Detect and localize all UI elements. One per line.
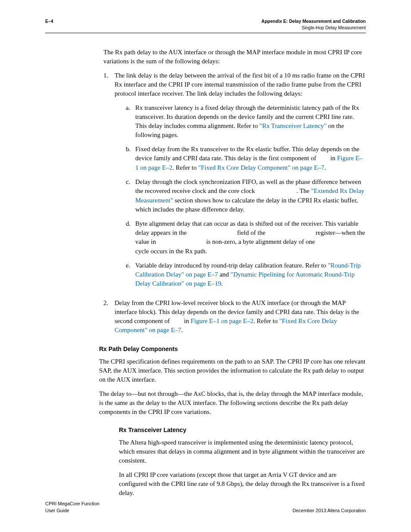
text: . Refer to — [253, 317, 279, 324]
intro-paragraph: The Rx path delay to the AUX interface o… — [103, 48, 366, 66]
main-content: The Rx path delay to the AUX interface o… — [103, 48, 366, 497]
link-fixed-rx-core-delay[interactable]: "Fixed Rx Core Delay Component" on page … — [198, 164, 324, 171]
heading-rx-transceiver-latency: Rx Transceiver Latency — [119, 426, 366, 435]
text: . Refer to — [172, 164, 198, 171]
text: . — [181, 327, 183, 333]
list-marker: 2. — [103, 299, 115, 335]
list-marker: c. — [126, 177, 135, 214]
code-cpri-clkout: cpri_clkout — [257, 188, 296, 195]
list-marker: e. — [126, 261, 135, 288]
paragraph: The CPRI specification defines requireme… — [99, 357, 366, 384]
footer-date-corp: December 2013 Altera Corporation — [293, 507, 366, 514]
header-titles: Appendix E: Delay Measurement and Calibr… — [262, 18, 366, 31]
link-figure-e1[interactable]: Figure E–1 on page E–2 — [190, 317, 253, 324]
text: field of the — [236, 229, 267, 236]
list-item: 2. Delay from the CPRI low-level receive… — [103, 299, 366, 335]
page-number: E–4 — [45, 18, 53, 25]
list-item: e. Variable delay introduced by round-tr… — [126, 261, 366, 288]
list-marker: d. — [126, 219, 135, 256]
text: in — [182, 317, 190, 324]
paragraph: In all CPRI IP core variations (except t… — [119, 470, 366, 498]
code-cpri-rx-delay: CPRI_RX_DELAY — [267, 230, 314, 236]
text: cycle occurs in the Rx path. — [135, 248, 207, 255]
appendix-title: Appendix E: Delay Measurement and Calibr… — [262, 18, 366, 25]
code-t2b: T2b — [171, 318, 182, 325]
text: in — [329, 155, 337, 162]
text: and — [218, 271, 230, 278]
header-rule — [45, 33, 366, 33]
doc-title: CPRI MegaCore Function — [45, 501, 100, 507]
list-item: c. Delay through the clock synchronizati… — [126, 177, 366, 214]
list-marker: 1. — [103, 71, 115, 293]
list-marker: a. — [126, 103, 135, 140]
text: . — [324, 164, 326, 171]
heading-rx-path-delay-components: Rx Path Delay Components — [99, 345, 366, 354]
code-rx-byte-delay: rx_byte_delay — [158, 239, 205, 246]
page-header: E–4 Appendix E: Delay Measurement and Ca… — [45, 18, 366, 31]
paragraph: The Altera high-speed transceiver is imp… — [119, 438, 366, 465]
footer-doc-title: CPRI MegaCore Function User Guide — [45, 501, 100, 514]
item-1-lead: The link delay is the delay between the … — [115, 72, 365, 97]
doc-subtitle: User Guide — [45, 507, 100, 514]
text: Variable delay introduced by round-trip … — [135, 262, 328, 269]
paragraph: The delay to—but not through—the AxC blo… — [99, 389, 366, 417]
text: is non-zero, a byte alignment delay of o… — [205, 238, 317, 245]
code-cpri-clkout: cpri_clkout — [317, 239, 356, 246]
list-marker: b. — [126, 145, 135, 172]
text: . The — [296, 187, 311, 194]
text: . — [221, 280, 223, 287]
link-rx-transceiver-latency[interactable]: "Rx Transceiver Latency" — [259, 122, 327, 129]
code-t2b: T2b — [318, 155, 329, 162]
list-item: 1. The link delay is the delay between t… — [103, 71, 366, 293]
appendix-subtitle: Single-Hop Delay Measurement — [262, 25, 366, 31]
list-item: d. Byte alignment delay that can occur a… — [126, 219, 366, 256]
list-item: b. Fixed delay from the Rx transceiver t… — [126, 145, 366, 172]
page-footer: CPRI MegaCore Function User Guide Decemb… — [45, 501, 366, 514]
list-item: a. Rx transceiver latency is a fixed del… — [126, 103, 366, 140]
code-rx-byte-delay: rx_byte_delay — [188, 230, 235, 236]
